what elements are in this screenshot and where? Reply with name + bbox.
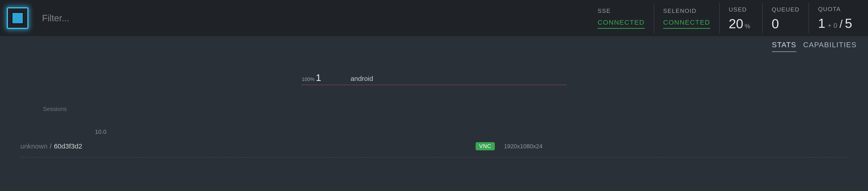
status-queued-label: QUEUED: [772, 6, 800, 13]
quota-used: 1: [818, 17, 825, 30]
quota-pending: + 0: [828, 22, 837, 29]
session-separator: /: [50, 142, 52, 150]
session-row[interactable]: unknown / 60d3f3d2 VNC 1920x1080x24: [20, 139, 848, 158]
used-suffix: %: [745, 23, 750, 30]
browser-name: android: [350, 75, 373, 83]
status-sse-value: CONNECTED: [598, 19, 645, 29]
status-queued-value: 0: [772, 17, 800, 30]
tab-stats[interactable]: STATS: [772, 41, 796, 52]
status-quota-label: QUOTA: [818, 6, 852, 13]
status-used-label: USED: [729, 6, 753, 13]
status-used-value: 20%: [729, 17, 753, 30]
status-sse: SSE CONNECTED: [589, 3, 654, 33]
session-id: 60d3f3d2: [54, 142, 82, 150]
session-resolution: 1920x1080x24: [504, 143, 542, 150]
browser-usage-bar[interactable]: 100% 1 android: [302, 72, 566, 85]
logo-square-icon: [11, 12, 24, 24]
quota-total: 5: [845, 17, 852, 30]
status-selenoid: SELENOID CONNECTED: [654, 3, 719, 33]
browser-percent: 100%: [302, 76, 314, 82]
status-selenoid-label: SELENOID: [663, 7, 710, 14]
filter-input[interactable]: [42, 13, 589, 23]
status-quota: QUOTA 1 + 0 / 5: [809, 3, 861, 33]
vnc-badge[interactable]: VNC: [475, 142, 495, 150]
sessions-section: Sessions 10.0 unknown / 60d3f3d2 VNC 192…: [20, 105, 848, 158]
header-bar: SSE CONNECTED SELENOID CONNECTED USED 20…: [0, 0, 868, 36]
app-logo[interactable]: [7, 7, 29, 29]
sessions-header: Sessions: [43, 105, 848, 113]
status-used: USED 20%: [719, 3, 762, 33]
status-sse-label: SSE: [598, 7, 645, 14]
used-number: 20: [729, 16, 743, 31]
status-quota-value: 1 + 0 / 5: [818, 17, 852, 31]
session-version-label: 10.0: [95, 128, 848, 135]
browser-count: 1: [316, 72, 321, 83]
queued-number: 0: [772, 16, 779, 31]
tabs-row: STATS CAPABILITIES: [0, 36, 868, 52]
status-group: SSE CONNECTED SELENOID CONNECTED USED 20…: [589, 0, 861, 36]
session-client: unknown: [20, 142, 48, 150]
status-queued: QUEUED 0: [762, 3, 809, 33]
status-selenoid-value: CONNECTED: [663, 19, 710, 29]
session-id-block: unknown / 60d3f3d2: [20, 142, 82, 150]
quota-divider: /: [839, 18, 843, 31]
tab-capabilities[interactable]: CAPABILITIES: [803, 41, 857, 52]
